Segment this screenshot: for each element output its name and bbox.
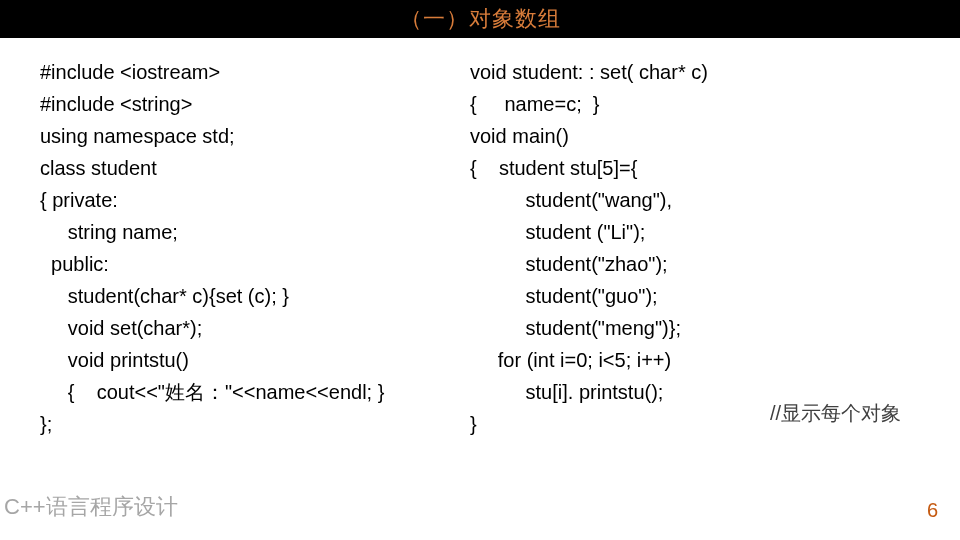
slide-title: （一）对象数组 [400, 4, 561, 34]
footer-course-name: C++语言程序设计 [4, 492, 178, 522]
code-content: #include <iostream> #include <string> us… [0, 38, 960, 440]
slide-title-bar: （一）对象数组 [0, 0, 960, 38]
code-right-column: void student: : set( char* c) { name=c; … [470, 56, 960, 440]
footer-page-number: 6 [927, 499, 938, 522]
code-left-column: #include <iostream> #include <string> us… [40, 56, 470, 440]
code-comment: //显示每个对象 [770, 400, 901, 427]
